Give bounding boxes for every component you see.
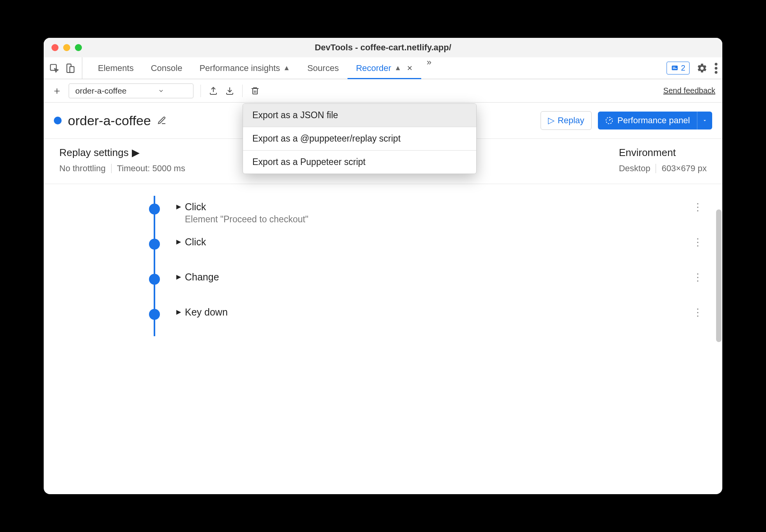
step-row[interactable]: ▶ Change ⋮: [149, 266, 707, 301]
replay-settings-label: Replay settings: [59, 147, 129, 159]
svg-rect-4: [673, 67, 676, 67]
recording-selector-value: order-a-coffee: [75, 86, 127, 96]
tab-console[interactable]: Console: [142, 57, 191, 79]
recording-selector[interactable]: order-a-coffee: [69, 83, 193, 98]
environment-device: Desktop: [619, 163, 651, 174]
play-icon: ▷: [548, 115, 555, 126]
environment-dimensions: 603×679 px: [661, 163, 707, 174]
new-recording-button[interactable]: ＋: [51, 85, 63, 97]
window-title: DevTools - coffee-cart.netlify.app/: [44, 43, 722, 53]
divider: [111, 164, 112, 173]
step-menu-icon[interactable]: ⋮: [689, 307, 707, 319]
gauge-icon: [605, 116, 614, 125]
devtools-tabstrip: Elements Console Performance insights ▲ …: [44, 57, 722, 79]
tab-label: Elements: [98, 63, 134, 73]
divider: [242, 85, 243, 97]
inspect-element-icon[interactable]: [48, 62, 60, 74]
throttling-value: No throttling: [59, 163, 106, 174]
step-node: [149, 309, 160, 320]
export-menu: Export as a JSON file Export as a @puppe…: [243, 103, 477, 174]
timeout-value: Timeout: 5000 ms: [117, 163, 185, 174]
tab-performance-insights[interactable]: Performance insights ▲: [191, 57, 298, 79]
caret-right-icon[interactable]: ▶: [176, 273, 181, 280]
import-button[interactable]: [224, 85, 235, 96]
close-tab-icon[interactable]: ✕: [407, 64, 413, 73]
svg-rect-3: [672, 66, 677, 70]
svg-point-8: [715, 71, 718, 74]
performance-panel-button[interactable]: Performance panel: [598, 112, 712, 129]
divider: [656, 164, 656, 173]
step-detail: Element "Proceed to checkout": [185, 214, 689, 225]
replay-button[interactable]: ▷ Replay: [541, 111, 592, 130]
issues-button[interactable]: 2: [667, 62, 690, 74]
devtools-window: DevTools - coffee-cart.netlify.app/ Elem…: [44, 38, 722, 494]
tab-sources[interactable]: Sources: [299, 57, 348, 79]
device-toggle-icon[interactable]: [64, 62, 76, 74]
export-puppeteer-item[interactable]: Export as a Puppeteer script: [243, 151, 476, 174]
chevron-down-icon: [158, 88, 164, 94]
step-row[interactable]: ▶ Click Element "Proceed to checkout" ⋮: [149, 196, 707, 231]
step-title: Click: [185, 236, 689, 248]
step-title: Change: [185, 271, 689, 283]
export-puppeteer-replay-item[interactable]: Export as a @puppeteer/replay script: [243, 127, 476, 150]
tab-elements[interactable]: Elements: [89, 57, 142, 79]
more-menu-icon[interactable]: [715, 63, 718, 74]
export-button[interactable]: [208, 85, 219, 96]
caret-right-icon[interactable]: ▶: [176, 238, 181, 245]
recording-name: order-a-coffee: [68, 113, 151, 128]
recording-status-dot: [54, 117, 62, 124]
experiment-icon: ▲: [394, 64, 401, 72]
svg-point-7: [715, 67, 718, 69]
steps-timeline: ▶ Click Element "Proceed to checkout" ⋮ …: [44, 184, 722, 494]
environment-label: Environment: [619, 147, 676, 159]
perf-label: Performance panel: [617, 115, 690, 126]
caret-right-icon[interactable]: ▶: [176, 203, 181, 210]
recorder-toolbar: ＋ order-a-coffee Send feedback: [44, 79, 722, 103]
svg-rect-2: [70, 66, 74, 72]
close-window-button[interactable]: [51, 44, 59, 51]
replay-label: Replay: [558, 115, 584, 126]
edit-name-icon[interactable]: [157, 116, 167, 125]
minimize-window-button[interactable]: [63, 44, 70, 51]
titlebar: DevTools - coffee-cart.netlify.app/: [44, 38, 722, 57]
caret-right-icon[interactable]: ▶: [176, 308, 181, 316]
tab-label: Performance insights: [199, 63, 280, 73]
svg-rect-5: [673, 68, 677, 69]
divider: [200, 85, 201, 97]
scrollbar-thumb[interactable]: [716, 209, 722, 342]
replay-settings-toggle[interactable]: Replay settings ▶: [59, 147, 185, 159]
step-row[interactable]: ▶ Click ⋮: [149, 231, 707, 266]
svg-rect-9: [253, 89, 257, 94]
caret-right-icon: ▶: [132, 147, 140, 159]
tab-recorder[interactable]: Recorder ▲ ✕: [348, 57, 421, 79]
step-row[interactable]: ▶ Key down ⋮: [149, 301, 707, 336]
experiment-icon: ▲: [283, 64, 290, 72]
traffic-lights: [51, 44, 82, 51]
send-feedback-link[interactable]: Send feedback: [663, 86, 715, 95]
issues-count: 2: [681, 64, 685, 73]
maximize-window-button[interactable]: [75, 44, 82, 51]
svg-rect-0: [50, 64, 56, 70]
tab-label: Console: [151, 63, 183, 73]
step-menu-icon[interactable]: ⋮: [689, 236, 707, 248]
step-menu-icon[interactable]: ⋮: [689, 271, 707, 284]
tab-label: Sources: [307, 63, 339, 73]
export-json-item[interactable]: Export as a JSON file: [243, 104, 476, 127]
tabs-overflow-button[interactable]: »: [421, 57, 437, 79]
settings-gear-icon[interactable]: [697, 63, 707, 74]
step-title: Click: [185, 201, 689, 213]
step-node: [149, 274, 160, 285]
issues-icon: [671, 64, 679, 72]
step-node: [149, 204, 160, 215]
tab-label: Recorder: [356, 63, 391, 73]
svg-point-6: [715, 63, 718, 66]
performance-panel-dropdown[interactable]: [697, 112, 712, 129]
step-title: Key down: [185, 307, 689, 318]
delete-button[interactable]: [250, 85, 261, 96]
step-node: [149, 239, 160, 250]
step-menu-icon[interactable]: ⋮: [689, 201, 707, 213]
